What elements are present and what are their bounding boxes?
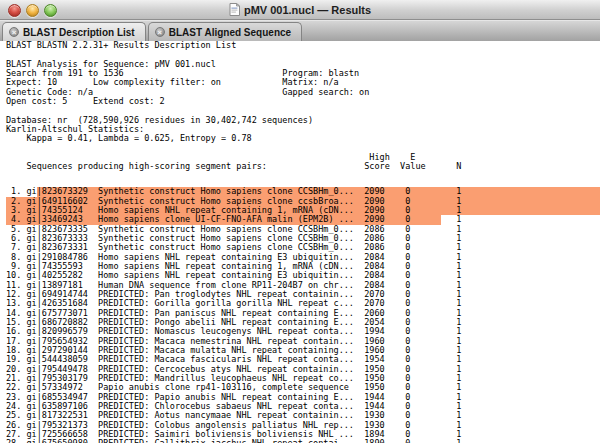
report-line: Open cost: 5 Extend cost: 2 — [0, 97, 600, 106]
tab-label: BLAST Aligned Sequence — [169, 27, 291, 38]
tab-close-icon[interactable]: × — [9, 27, 19, 37]
report-line: Kappa = 0.41, Lambda = 0.625, Entropy = … — [0, 134, 600, 143]
report-header: BLAST BLASTN 2.2.31+ Results Description… — [0, 41, 600, 181]
report-line: BLAST BLASTN 2.2.31+ Results Description… — [0, 41, 600, 50]
tab-bar: × BLAST Description List × BLAST Aligned… — [0, 20, 600, 42]
window-title: pMV 001.nucl — Results — [244, 4, 371, 16]
blast-report: BLAST BLASTN 2.2.31+ Results Description… — [0, 41, 600, 443]
hit-list: 1. gi|823673329 Synthetic construct Homo… — [0, 187, 600, 443]
title-bar[interactable]: pMV 001.nucl — Results — [0, 0, 600, 20]
report-line: Sequences producing high-scoring segment… — [0, 162, 600, 171]
tab-blast-aligned-sequence[interactable]: × BLAST Aligned Sequence — [148, 22, 302, 41]
tab-label: BLAST Description List — [23, 27, 135, 38]
report-line — [0, 172, 600, 181]
window-title-area: pMV 001.nucl — Results — [0, 0, 600, 19]
hit-row-text: 28. gi|675650980 PREDICTED: Callithrix j… — [0, 439, 461, 443]
tab-close-icon[interactable]: × — [155, 27, 165, 37]
document-icon — [229, 3, 240, 16]
tab-blast-description-list[interactable]: × BLAST Description List — [2, 22, 146, 41]
results-window: pMV 001.nucl — Results × BLAST Descripti… — [0, 0, 600, 443]
hit-row[interactable]: 28. gi|675650980 PREDICTED: Callithrix j… — [0, 439, 600, 443]
